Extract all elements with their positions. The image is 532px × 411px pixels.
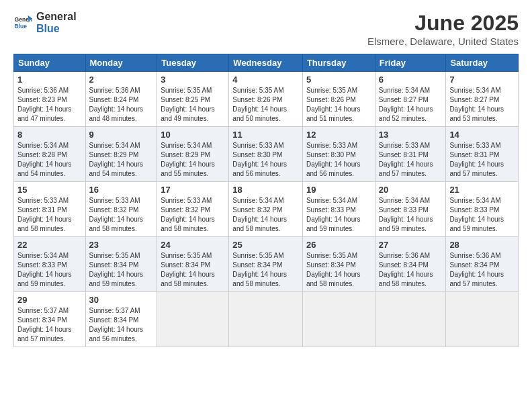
table-row: 30Sunrise: 5:37 AMSunset: 8:34 PMDayligh… bbox=[85, 292, 157, 347]
calendar-week-row: 15Sunrise: 5:33 AMSunset: 8:31 PMDayligh… bbox=[14, 182, 519, 237]
svg-text:Blue: Blue bbox=[15, 22, 28, 29]
day-number: 21 bbox=[449, 185, 515, 195]
day-number: 4 bbox=[232, 75, 299, 85]
day-number: 26 bbox=[306, 240, 371, 250]
day-info: Sunrise: 5:36 AMSunset: 8:24 PMDaylight:… bbox=[89, 86, 154, 124]
col-sunday: Sunday bbox=[14, 54, 86, 72]
day-number: 27 bbox=[379, 240, 443, 250]
day-number: 5 bbox=[306, 75, 371, 85]
day-info: Sunrise: 5:34 AMSunset: 8:29 PMDaylight:… bbox=[161, 141, 225, 179]
day-number: 11 bbox=[232, 130, 299, 140]
day-info: Sunrise: 5:34 AMSunset: 8:32 PMDaylight:… bbox=[232, 196, 299, 234]
day-number: 8 bbox=[17, 130, 82, 140]
table-row: 2Sunrise: 5:36 AMSunset: 8:24 PMDaylight… bbox=[85, 72, 157, 127]
day-number: 10 bbox=[161, 130, 225, 140]
col-friday: Friday bbox=[375, 54, 446, 72]
table-row: 9Sunrise: 5:34 AMSunset: 8:29 PMDaylight… bbox=[85, 127, 157, 182]
logo-icon: General Blue bbox=[13, 13, 32, 32]
day-info: Sunrise: 5:34 AMSunset: 8:27 PMDaylight:… bbox=[449, 86, 515, 124]
day-number: 6 bbox=[379, 75, 443, 85]
table-row: 7Sunrise: 5:34 AMSunset: 8:27 PMDaylight… bbox=[446, 72, 519, 127]
header: General Blue General Blue June 2025 Elsm… bbox=[13, 11, 519, 47]
day-number: 24 bbox=[161, 240, 225, 250]
day-info: Sunrise: 5:33 AMSunset: 8:30 PMDaylight:… bbox=[306, 141, 371, 179]
table-row: 23Sunrise: 5:35 AMSunset: 8:34 PMDayligh… bbox=[85, 237, 157, 292]
table-row: 4Sunrise: 5:35 AMSunset: 8:26 PMDaylight… bbox=[229, 72, 303, 127]
day-info: Sunrise: 5:34 AMSunset: 8:33 PMDaylight:… bbox=[449, 196, 515, 234]
month-title: June 2025 bbox=[367, 11, 519, 36]
table-row: 11Sunrise: 5:33 AMSunset: 8:30 PMDayligh… bbox=[229, 127, 303, 182]
day-info: Sunrise: 5:35 AMSunset: 8:26 PMDaylight:… bbox=[306, 86, 371, 124]
day-number: 2 bbox=[89, 75, 154, 85]
page: General Blue General Blue June 2025 Elsm… bbox=[0, 0, 532, 411]
col-wednesday: Wednesday bbox=[229, 54, 303, 72]
table-row: 6Sunrise: 5:34 AMSunset: 8:27 PMDaylight… bbox=[375, 72, 446, 127]
day-number: 18 bbox=[232, 185, 299, 195]
col-thursday: Thursday bbox=[302, 54, 375, 72]
day-number: 7 bbox=[449, 75, 515, 85]
table-row: 12Sunrise: 5:33 AMSunset: 8:30 PMDayligh… bbox=[302, 127, 375, 182]
day-info: Sunrise: 5:33 AMSunset: 8:30 PMDaylight:… bbox=[232, 141, 299, 179]
table-row: 29Sunrise: 5:37 AMSunset: 8:34 PMDayligh… bbox=[14, 292, 86, 347]
day-number: 25 bbox=[232, 240, 299, 250]
calendar-week-row: 22Sunrise: 5:34 AMSunset: 8:33 PMDayligh… bbox=[14, 237, 519, 292]
day-info: Sunrise: 5:33 AMSunset: 8:32 PMDaylight:… bbox=[161, 196, 225, 234]
table-row: 18Sunrise: 5:34 AMSunset: 8:32 PMDayligh… bbox=[229, 182, 303, 237]
day-number: 13 bbox=[379, 130, 443, 140]
col-tuesday: Tuesday bbox=[157, 54, 229, 72]
calendar-week-row: 1Sunrise: 5:36 AMSunset: 8:23 PMDaylight… bbox=[14, 72, 519, 127]
calendar-week-row: 8Sunrise: 5:34 AMSunset: 8:28 PMDaylight… bbox=[14, 127, 519, 182]
logo-general: General bbox=[36, 11, 77, 23]
table-row: 25Sunrise: 5:35 AMSunset: 8:34 PMDayligh… bbox=[229, 237, 303, 292]
day-number: 20 bbox=[379, 185, 443, 195]
table-row: 3Sunrise: 5:35 AMSunset: 8:25 PMDaylight… bbox=[157, 72, 229, 127]
table-row: 1Sunrise: 5:36 AMSunset: 8:23 PMDaylight… bbox=[14, 72, 86, 127]
table-row: 14Sunrise: 5:33 AMSunset: 8:31 PMDayligh… bbox=[446, 127, 519, 182]
day-info: Sunrise: 5:34 AMSunset: 8:33 PMDaylight:… bbox=[17, 251, 82, 289]
table-row: 20Sunrise: 5:34 AMSunset: 8:33 PMDayligh… bbox=[375, 182, 446, 237]
day-info: Sunrise: 5:37 AMSunset: 8:34 PMDaylight:… bbox=[89, 306, 154, 344]
table-row: 8Sunrise: 5:34 AMSunset: 8:28 PMDaylight… bbox=[14, 127, 86, 182]
title-block: June 2025 Elsmere, Delaware, United Stat… bbox=[367, 11, 519, 47]
table-row: 24Sunrise: 5:35 AMSunset: 8:34 PMDayligh… bbox=[157, 237, 229, 292]
day-number: 9 bbox=[89, 130, 154, 140]
calendar-header-row: Sunday Monday Tuesday Wednesday Thursday… bbox=[14, 54, 519, 72]
day-info: Sunrise: 5:37 AMSunset: 8:34 PMDaylight:… bbox=[17, 306, 82, 344]
col-saturday: Saturday bbox=[446, 54, 519, 72]
day-number: 15 bbox=[17, 185, 82, 195]
day-info: Sunrise: 5:35 AMSunset: 8:34 PMDaylight:… bbox=[161, 251, 225, 289]
day-info: Sunrise: 5:33 AMSunset: 8:32 PMDaylight:… bbox=[89, 196, 154, 234]
table-row: 13Sunrise: 5:33 AMSunset: 8:31 PMDayligh… bbox=[375, 127, 446, 182]
table-row: 19Sunrise: 5:34 AMSunset: 8:33 PMDayligh… bbox=[302, 182, 375, 237]
table-row: 28Sunrise: 5:36 AMSunset: 8:34 PMDayligh… bbox=[446, 237, 519, 292]
logo: General Blue General Blue bbox=[13, 11, 77, 34]
calendar-week-row: 29Sunrise: 5:37 AMSunset: 8:34 PMDayligh… bbox=[14, 292, 519, 347]
table-row bbox=[375, 292, 446, 347]
table-row: 16Sunrise: 5:33 AMSunset: 8:32 PMDayligh… bbox=[85, 182, 157, 237]
day-info: Sunrise: 5:35 AMSunset: 8:34 PMDaylight:… bbox=[306, 251, 371, 289]
day-number: 12 bbox=[306, 130, 371, 140]
day-number: 1 bbox=[17, 75, 82, 85]
day-number: 30 bbox=[89, 295, 154, 305]
table-row: 21Sunrise: 5:34 AMSunset: 8:33 PMDayligh… bbox=[446, 182, 519, 237]
day-info: Sunrise: 5:34 AMSunset: 8:33 PMDaylight:… bbox=[379, 196, 443, 234]
day-info: Sunrise: 5:35 AMSunset: 8:34 PMDaylight:… bbox=[232, 251, 299, 289]
table-row: 22Sunrise: 5:34 AMSunset: 8:33 PMDayligh… bbox=[14, 237, 86, 292]
table-row: 26Sunrise: 5:35 AMSunset: 8:34 PMDayligh… bbox=[302, 237, 375, 292]
table-row bbox=[157, 292, 229, 347]
table-row bbox=[229, 292, 303, 347]
day-number: 23 bbox=[89, 240, 154, 250]
day-number: 16 bbox=[89, 185, 154, 195]
day-number: 14 bbox=[449, 130, 515, 140]
col-monday: Monday bbox=[85, 54, 157, 72]
logo-blue: Blue bbox=[36, 23, 77, 35]
day-info: Sunrise: 5:35 AMSunset: 8:34 PMDaylight:… bbox=[89, 251, 154, 289]
table-row: 5Sunrise: 5:35 AMSunset: 8:26 PMDaylight… bbox=[302, 72, 375, 127]
table-row: 27Sunrise: 5:36 AMSunset: 8:34 PMDayligh… bbox=[375, 237, 446, 292]
table-row bbox=[446, 292, 519, 347]
day-info: Sunrise: 5:34 AMSunset: 8:29 PMDaylight:… bbox=[89, 141, 154, 179]
day-info: Sunrise: 5:34 AMSunset: 8:27 PMDaylight:… bbox=[379, 86, 443, 124]
calendar-table: Sunday Monday Tuesday Wednesday Thursday… bbox=[13, 54, 519, 347]
table-row bbox=[302, 292, 375, 347]
day-info: Sunrise: 5:33 AMSunset: 8:31 PMDaylight:… bbox=[17, 196, 82, 234]
